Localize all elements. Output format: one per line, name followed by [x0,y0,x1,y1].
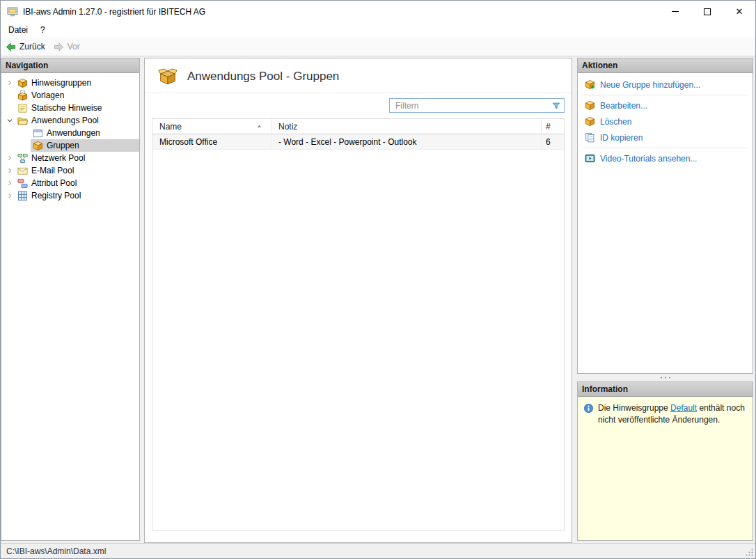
splitter-dots-icon [659,376,672,379]
workspace: Navigation Hinweisgruppen Vorlagen [1,56,755,543]
action-label: Löschen [600,117,631,127]
tree-item-attribut-pool[interactable]: Attribut Pool [1,177,139,189]
titlebar: IBI-aws Admin 1.27.0 - registriert für I… [1,1,755,22]
tree-item-label: Hinweisgruppen [31,78,91,88]
filter-input[interactable] [390,101,551,111]
back-button[interactable]: Zurück [6,42,45,52]
app-icon [7,6,18,17]
window-controls: ✕ [659,1,755,22]
information-panel: Information Die Hinweisgruppe Default en… [577,381,753,541]
tree-item-email-pool[interactable]: E-Mail Pool [1,164,139,177]
information-body: Die Hinweisgruppe Default enthält noch n… [578,397,753,540]
app-window: IBI-aws Admin 1.27.0 - registriert für I… [0,0,756,559]
tree-item-statische-hinweise[interactable]: Statische Hinweise [1,102,139,114]
sort-ascending-icon [256,123,262,129]
tree-item-label: Netzwerk Pool [31,153,85,163]
chevron-right-icon[interactable] [4,178,15,189]
chevron-right-icon[interactable] [4,165,15,176]
tree-item-registry-pool[interactable]: Registry Pool [1,189,139,202]
toolbar: Zurück Vor [1,38,755,56]
panel-splitter[interactable] [577,374,753,381]
expander-spacer [19,140,31,151]
hinweisgruppen-package-icon [17,78,28,88]
right-column: Aktionen Neue Gruppe hinzufügen... Bearb… [577,58,753,543]
cell-count: 6 [542,134,564,149]
tree-item-anwendungen[interactable]: Anwendungen [1,127,139,139]
action-edit[interactable]: Bearbeiten... [578,97,753,113]
groups-table: Name Notiz # Microsoft Office - Word - E… [152,118,565,531]
navigation-tree: Hinweisgruppen Vorlagen Statische Hinwei… [1,73,139,540]
minimize-button[interactable] [659,1,691,22]
tree-item-netzwerk-pool[interactable]: Netzwerk Pool [1,152,139,164]
main-panel: Anwendungs Pool - Gruppen Name Notiz # [144,58,572,543]
column-header-count[interactable]: # [542,119,564,134]
video-icon [585,153,595,164]
attribute-icon [17,178,28,189]
package-delete-icon [585,116,595,127]
forward-button-label: Vor [68,42,80,52]
tree-item-hinweisgruppen[interactable]: Hinweisgruppen [1,77,139,89]
resize-grip[interactable] [745,548,754,557]
tree-item-label: Statische Hinweise [31,103,102,113]
actions-header: Aktionen [578,58,753,73]
chevron-down-icon[interactable] [4,115,15,126]
tree-item-label: Anwendungen [47,128,100,138]
tree-item-vorlagen[interactable]: Vorlagen [1,89,139,102]
maximize-button[interactable] [691,1,723,22]
tree-item-label: Attribut Pool [31,178,77,188]
chevron-right-icon[interactable] [4,152,15,164]
separator [583,148,748,148]
action-label: ID kopieren [600,133,643,143]
statusbar-path: C:\IBI-aws\Admin\Data.xml [6,546,106,556]
action-add-group[interactable]: Neue Gruppe hinzufügen... [578,77,753,93]
information-message: Die Hinweisgruppe Default enthält noch n… [598,402,747,427]
close-button[interactable]: ✕ [723,1,755,22]
page-title: Anwendungs Pool - Gruppen [187,70,339,84]
menubar: Datei ? [1,22,755,38]
table-header-row: Name Notiz # [152,119,564,134]
minimize-icon [672,11,679,12]
column-header-notiz[interactable]: Notiz [271,119,542,134]
registry-grid-icon [17,191,28,201]
forward-button[interactable]: Vor [54,42,80,52]
chevron-right-icon[interactable] [4,77,15,88]
tree-item-anwendungs-pool[interactable]: Anwendungs Pool [1,114,139,127]
application-window-icon [33,128,43,139]
action-video-tutorials[interactable]: Video-Tutorials ansehen... [578,150,753,166]
maximize-icon [704,8,711,15]
filter-funnel-icon[interactable] [551,101,561,111]
tree-item-label: Registry Pool [31,191,81,200]
expander-spacer [19,127,31,139]
window-title: IBI-aws Admin 1.27.0 - registriert für I… [23,7,205,17]
tree-item-label: E-Mail Pool [31,166,74,175]
cell-notiz: - Word - Excel - Powerpoint - Outlook [271,134,542,149]
chevron-right-icon[interactable] [4,190,15,201]
tree-item-label: Gruppen [47,141,79,150]
filter-row [145,93,572,118]
default-group-link[interactable]: Default [670,403,697,413]
action-label: Neue Gruppe hinzufügen... [600,80,700,90]
info-text-before: Die Hinweisgruppe [598,403,670,413]
folder-open-icon [17,116,28,126]
main-header: Anwendungs Pool - Gruppen [145,58,572,93]
vorlagen-template-icon [17,90,28,101]
column-header-name[interactable]: Name [152,119,271,134]
copy-icon [585,132,595,143]
info-icon [583,403,594,414]
gruppen-package-icon [33,141,43,151]
menu-item-datei[interactable]: Datei [2,22,34,38]
tree-item-label: Vorlagen [31,90,64,100]
navigation-header: Navigation [1,58,139,73]
action-label: Video-Tutorials ansehen... [600,154,697,164]
close-icon: ✕ [736,7,743,16]
tree-item-gruppen-selected[interactable]: Gruppen [1,139,139,152]
statische-hinweise-note-icon [17,103,28,113]
action-delete[interactable]: Löschen [578,113,753,129]
package-add-icon [585,79,595,90]
menu-item-help[interactable]: ? [34,22,52,38]
back-button-label: Zurück [19,42,45,52]
arrow-right-icon [54,42,64,52]
action-copy-id[interactable]: ID kopieren [578,129,753,145]
table-row[interactable]: Microsoft Office - Word - Excel - Powerp… [152,134,564,150]
expander-spacer [4,90,15,101]
